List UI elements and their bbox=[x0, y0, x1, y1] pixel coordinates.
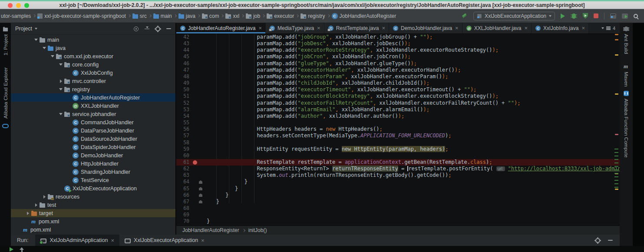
code-line-48[interactable]: 48 paramMap.add("executorParam", xxlJobH… bbox=[176, 73, 620, 80]
deploy-button[interactable] bbox=[610, 13, 616, 19]
tree-toggle-icon[interactable] bbox=[57, 113, 64, 115]
close-icon[interactable]: × bbox=[317, 26, 320, 30]
coverage-button[interactable] bbox=[583, 13, 588, 19]
build-hammer-icon[interactable] bbox=[461, 13, 468, 19]
tree-toggle-icon[interactable] bbox=[33, 203, 40, 207]
breakpoint-icon[interactable] bbox=[193, 160, 197, 165]
code-line-65[interactable]: 65 } bbox=[176, 186, 620, 192]
tree-toggle-icon[interactable] bbox=[57, 80, 64, 83]
tab-resttemplate-java[interactable]: RestTemplate.java× bbox=[324, 23, 389, 33]
tree-item-jobhandlerautoregister[interactable]: JobHandlerAutoRegister bbox=[11, 93, 175, 102]
close-icon[interactable]: × bbox=[382, 26, 385, 30]
up-arrow-button[interactable] bbox=[20, 247, 24, 250]
close-icon[interactable]: × bbox=[111, 237, 115, 244]
code-line-44[interactable]: 44 paramMap.add("executorRouteStrategy",… bbox=[176, 47, 620, 53]
breakpoint-gutter[interactable] bbox=[189, 159, 207, 166]
tree-item-resources[interactable]: resources bbox=[11, 192, 175, 201]
run-panel-hide-button[interactable] bbox=[608, 240, 613, 241]
breadcrumb-item-main[interactable]: main bbox=[153, 13, 172, 19]
code-line-54[interactable]: 54 paramMap.add("author", xxlJobHandler.… bbox=[176, 113, 620, 119]
tree-item-datasourcejobhandler[interactable]: DataSourceJobHandler bbox=[11, 135, 175, 143]
close-icon[interactable]: × bbox=[201, 237, 205, 244]
code-line-51[interactable]: 51 paramMap.add("executorBlockStrategy",… bbox=[176, 93, 620, 99]
code-line-67[interactable]: 67 } bbox=[176, 199, 620, 205]
tab-demojobhandler-java[interactable]: DemoJobHandler.java× bbox=[389, 23, 462, 33]
tab-mediatype-java[interactable]: MediaType.java× bbox=[266, 23, 324, 33]
stripe-mark[interactable] bbox=[615, 34, 618, 35]
tree-item-registry[interactable]: registry bbox=[11, 85, 175, 93]
code-line-61[interactable]: 61 RestTemplate restTemplate = applicati… bbox=[176, 159, 620, 166]
hidden-tabs-button[interactable]: 4 bbox=[601, 23, 620, 33]
run-panel-settings-button[interactable] bbox=[595, 238, 600, 243]
stripe-mark[interactable] bbox=[615, 189, 618, 190]
tree-item-core-config[interactable]: core.config bbox=[11, 60, 175, 69]
tool-button-alibaba-cloud[interactable] bbox=[0, 124, 11, 128]
run-tab-xxljobadminapplication[interactable]: XxlJobAdminApplication× bbox=[35, 235, 119, 246]
tool-button-alibaba-cloud-explorer[interactable]: Alibaba Cloud Explorer bbox=[0, 67, 11, 119]
panel-settings-button[interactable] bbox=[155, 27, 160, 31]
tool-button-project[interactable]: 1: Project bbox=[0, 27, 11, 56]
close-window-button[interactable] bbox=[8, 3, 13, 8]
tree-item-java[interactable]: java bbox=[11, 44, 175, 52]
editor-breadcrumb-initjob[interactable]: initJob() bbox=[248, 227, 267, 233]
tool-button-ant-build[interactable]: Ant Build bbox=[620, 27, 633, 54]
breadcrumb-item-java[interactable]: java bbox=[178, 13, 195, 19]
tab-xxljobhandler-java[interactable]: XXLJobHandler.java× bbox=[462, 23, 532, 33]
breadcrumb-item-src[interactable]: src bbox=[132, 13, 147, 19]
code-line-46[interactable]: 46 paramMap.add("glueType", xxlJobHandle… bbox=[176, 60, 620, 67]
tree-item-httpjobhandler[interactable]: HttpJobHandler bbox=[11, 159, 175, 168]
tree-toggle-icon[interactable] bbox=[41, 195, 48, 199]
code-line-52[interactable]: 52 paramMap.add("executorFailRetryCount"… bbox=[176, 100, 620, 106]
code-line-62[interactable]: 62 ResponseEntity<ReturnT> returnTRespon… bbox=[176, 166, 620, 172]
editor-breadcrumb-jobhandlerautoregister[interactable]: JobHandlerAutoRegister bbox=[182, 227, 239, 233]
tree-item-com-xxl-job-executor[interactable]: com.xxl.job.executor bbox=[11, 52, 175, 60]
error-stripe[interactable] bbox=[614, 34, 620, 225]
code-line-55[interactable]: 55 bbox=[176, 119, 620, 126]
close-icon[interactable]: × bbox=[581, 26, 585, 30]
code-line-45[interactable]: 45 paramMap.add("jobCron", xxlJobHandler… bbox=[176, 53, 620, 60]
fold-marker-icon[interactable] bbox=[199, 187, 202, 190]
code-line-66[interactable]: 66 } bbox=[176, 192, 620, 199]
tree-item-target[interactable]: target bbox=[11, 209, 175, 217]
tree-toggle-icon[interactable] bbox=[49, 55, 56, 57]
search-everywhere-button[interactable] bbox=[634, 14, 638, 18]
tool-button-alibaba-function-compute[interactable]: Alibaba Function Compute bbox=[620, 91, 633, 158]
code-line-49[interactable]: 49 paramMap.add("childJobId", xxlJobHand… bbox=[176, 80, 620, 86]
tree-toggle-icon[interactable] bbox=[57, 63, 64, 66]
tab-jobhandlerautoregister-java[interactable]: JobHandlerAutoRegister.java× bbox=[176, 23, 266, 33]
fold-marker-icon[interactable] bbox=[199, 180, 202, 184]
minimize-window-button[interactable] bbox=[16, 3, 21, 8]
tab-xxljobinfo-java[interactable]: XxlJobInfo.java× bbox=[532, 23, 589, 33]
zoom-window-button[interactable] bbox=[24, 3, 29, 8]
rerun-button[interactable] bbox=[10, 247, 13, 252]
run-configuration-combo[interactable]: XxlJobExecutorApplication bbox=[473, 12, 555, 20]
code-line-64[interactable]: 64 } bbox=[176, 179, 620, 185]
debug-button[interactable] bbox=[572, 13, 576, 19]
tree-item-pom-xml[interactable]: pom.xml bbox=[11, 217, 175, 225]
code-line-56[interactable]: 56 HttpHeaders headers = new HttpHeaders… bbox=[176, 126, 620, 133]
tree-toggle-icon[interactable] bbox=[41, 47, 48, 49]
run-dashboard-button[interactable] bbox=[622, 13, 628, 19]
close-icon[interactable]: × bbox=[455, 26, 459, 30]
project-panel-title[interactable]: Project bbox=[15, 26, 32, 32]
tree-item-test[interactable]: test bbox=[11, 201, 175, 209]
close-icon[interactable]: × bbox=[258, 26, 262, 30]
code-line-70[interactable]: 70} bbox=[176, 218, 620, 225]
tree-toggle-icon[interactable] bbox=[57, 88, 64, 90]
stripe-mark[interactable] bbox=[615, 39, 618, 40]
code-line-60[interactable]: 60 bbox=[176, 153, 620, 159]
tree-item-dataparsejobhandler[interactable]: DataParseJobHandler bbox=[11, 126, 175, 135]
stop-button[interactable] bbox=[594, 13, 598, 18]
tree-item-shardingjobhandler[interactable]: ShardingJobHandler bbox=[11, 168, 175, 176]
tree-item-pom-xml[interactable]: pom.xml bbox=[11, 225, 175, 234]
stripe-mark[interactable] bbox=[615, 54, 618, 56]
fold-marker-icon[interactable] bbox=[199, 200, 202, 203]
run-button[interactable] bbox=[561, 13, 565, 19]
code-line-53[interactable]: 53 paramMap.add("alarmEmail", xxlJobHand… bbox=[176, 106, 620, 113]
code-line-57[interactable]: 57 headers.setContentType(MediaType.APPL… bbox=[176, 133, 620, 139]
code-line-43[interactable]: 43 paramMap.add("jobDesc", xxlJobHandler… bbox=[176, 40, 620, 47]
close-icon[interactable]: × bbox=[524, 26, 528, 30]
tree-item-service-jobhandler[interactable]: service.jobhandler bbox=[11, 110, 175, 118]
breadcrumb-item-utor-samples[interactable]: utor-samples bbox=[1, 13, 31, 19]
tree-item-xxljobconfig[interactable]: XxlJobConfig bbox=[11, 69, 175, 77]
